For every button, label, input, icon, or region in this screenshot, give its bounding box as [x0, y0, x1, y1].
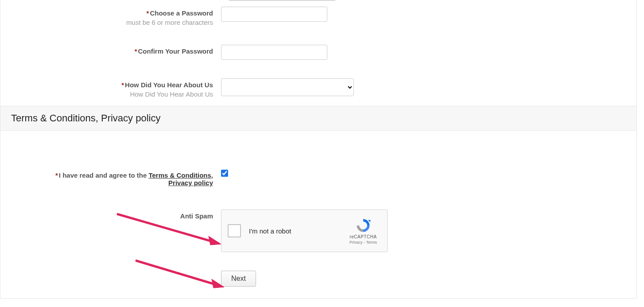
confirm-password-input[interactable] — [221, 45, 327, 60]
recaptcha-checkbox[interactable] — [228, 224, 241, 237]
recaptcha-brand: reCAPTCHA — [345, 234, 381, 239]
recaptcha-logo-icon — [355, 218, 371, 233]
hear-about-label: How Did You Hear About Us — [125, 81, 213, 89]
confirm-password-label: Confirm Your Password — [138, 47, 213, 55]
required-mark: * — [55, 171, 59, 179]
recaptcha-privacy-link[interactable]: Privacy — [349, 240, 363, 245]
next-button[interactable]: Next — [221, 271, 256, 287]
terms-separator: , — [211, 171, 213, 179]
field-row-next: Next — [0, 268, 636, 289]
section-header-terms: Terms & Conditions, Privacy policy — [0, 106, 636, 131]
terms-prefix: I have read and agree to the — [59, 171, 149, 179]
password-hint: must be 6 or more characters — [0, 19, 213, 26]
field-row-terms: *I have read and agree to the Terms & Co… — [0, 166, 636, 189]
terms-checkbox[interactable] — [221, 170, 228, 177]
recaptcha-terms-link[interactable]: Terms — [366, 240, 377, 245]
hear-about-hint: How Did You Hear About Us — [0, 90, 213, 98]
privacy-policy-link[interactable]: Privacy policy — [168, 179, 213, 187]
recaptcha-widget: I'm not a robot reCAPTCHA Privacy - Term… — [221, 210, 388, 252]
field-row-password: *Choose a Password must be 6 or more cha… — [0, 4, 636, 29]
antispam-label: Anti Spam — [0, 212, 213, 220]
terms-conditions-link[interactable]: Terms & Conditions — [148, 171, 211, 179]
field-row-antispam: Anti Spam I'm not a robot reCAPTCHA — [0, 207, 636, 255]
required-mark: * — [121, 81, 125, 89]
hear-about-select[interactable] — [221, 78, 354, 96]
password-input[interactable] — [221, 7, 327, 22]
password-label: Choose a Password — [150, 9, 213, 17]
field-row-hear-about: *How Did You Hear About Us How Did You H… — [0, 76, 636, 101]
recaptcha-text: I'm not a robot — [249, 227, 345, 235]
required-mark: * — [135, 47, 138, 55]
field-row-confirm-password: *Confirm Your Password — [0, 42, 636, 62]
